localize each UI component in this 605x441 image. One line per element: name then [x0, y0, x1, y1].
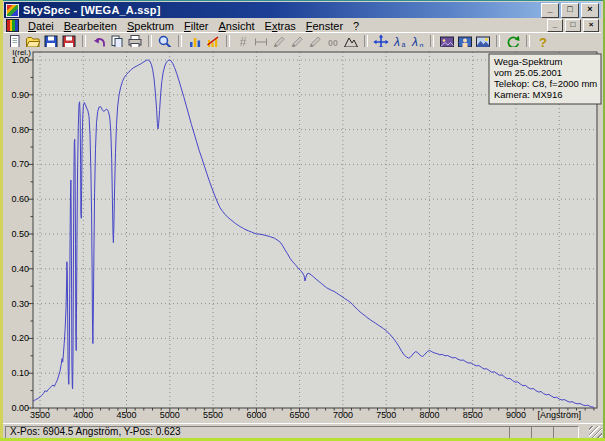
legend-line: vom 25.05.2001	[494, 67, 562, 78]
screen-edge-left	[0, 0, 3, 441]
child-restore-button[interactable]: □	[565, 19, 581, 32]
close-button[interactable]: ×	[581, 3, 599, 18]
menu-item-spektrum[interactable]: Spektrum	[122, 20, 179, 32]
minimize-button[interactable]: _	[541, 3, 559, 18]
menu-item-?[interactable]: ?	[348, 20, 364, 32]
legend-line: Telekop: C8, f=2000 mm	[494, 78, 597, 89]
y-tick-label: 0.10	[11, 368, 29, 378]
y-tick-label: 0.90	[11, 90, 29, 100]
maximize-button[interactable]: □	[561, 3, 579, 18]
menu-item-extras[interactable]: Extras	[260, 20, 301, 32]
application-window: SkySpec - [WEGA_A.ssp] _ □ × DateiBearbe…	[0, 0, 605, 441]
menu-item-fenster[interactable]: Fenster	[301, 20, 348, 32]
y-tick-label: 0.20	[11, 333, 29, 343]
resize-grip[interactable]	[589, 426, 602, 438]
x-tick-label: 4500	[116, 410, 136, 420]
y-tick-label: 0.50	[11, 229, 29, 239]
window-title: SkySpec - [WEGA_A.ssp]	[23, 4, 161, 16]
y-tick-label: 0.60	[11, 194, 29, 204]
legend-box: Wega-Spektrumvom 25.05.2001Telekop: C8, …	[489, 54, 601, 104]
legend-line: Wega-Spektrum	[494, 56, 563, 67]
svg-text:00: 00	[328, 37, 338, 47]
y-axis-title: I(rel.)	[12, 48, 31, 57]
menu-items: DateiBearbeitenSpektrumFilterAnsichtExtr…	[23, 20, 364, 32]
x-tick-label: 7000	[333, 410, 353, 420]
chart-area[interactable]: 3500400045005000550060006500700075008000…	[3, 47, 603, 423]
y-tick-label: 0.80	[11, 125, 29, 135]
y-tick-label: 0.00	[11, 403, 29, 413]
x-axis-unit-label: [Angström]	[537, 410, 581, 420]
x-tick-label: 9000	[506, 410, 526, 420]
document-icon	[6, 19, 19, 32]
menu-item-filter[interactable]: Filter	[179, 20, 213, 32]
y-tick-label: 0.40	[11, 264, 29, 274]
menu-item-datei[interactable]: Datei	[23, 20, 59, 32]
x-tick-label: 7500	[376, 410, 396, 420]
x-tick-label: 3500	[30, 410, 50, 420]
x-tick-label: 4000	[73, 410, 93, 420]
y-tick-label: 0.70	[11, 159, 29, 169]
x-tick-label: 5000	[160, 410, 180, 420]
status-bar: X-Pos: 6904.5 Angström, Y-Pos: 0.623	[3, 423, 603, 439]
x-tick-label: 6000	[246, 410, 266, 420]
x-tick-label: 8500	[463, 410, 483, 420]
child-minimize-button[interactable]: _	[547, 19, 563, 32]
legend-line: Kamera: MX916	[494, 89, 563, 100]
menu-item-bearbeiten[interactable]: Bearbeiten	[59, 20, 122, 32]
y-tick-label: 0.30	[11, 299, 29, 309]
screen-edge-top	[0, 0, 605, 1]
x-tick-label: 8000	[419, 410, 439, 420]
window-controls: _ □ ×	[541, 3, 601, 18]
spectrum-chart[interactable]: 3500400045005000550060006500700075008000…	[3, 47, 603, 423]
child-close-button[interactable]: ×	[583, 19, 599, 32]
mdi-child-controls: _ □ ×	[547, 19, 601, 32]
x-tick-label: 6500	[290, 410, 310, 420]
title-bar[interactable]: SkySpec - [WEGA_A.ssp] _ □ ×	[4, 2, 601, 18]
menu-item-ansicht[interactable]: Ansicht	[213, 20, 259, 32]
menu-bar: DateiBearbeitenSpektrumFilterAnsichtExtr…	[4, 19, 601, 32]
x-tick-label: 5500	[203, 410, 223, 420]
app-icon	[6, 4, 19, 17]
